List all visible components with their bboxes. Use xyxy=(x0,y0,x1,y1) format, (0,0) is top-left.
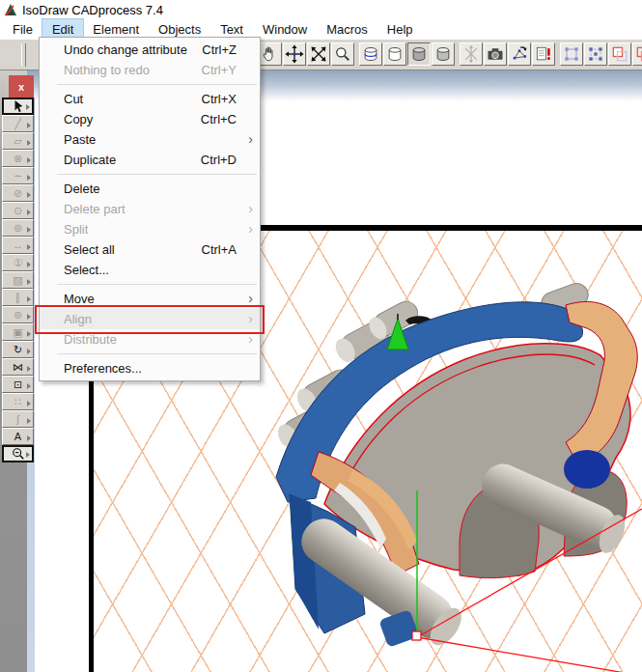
cylinder-shaded-light-icon xyxy=(433,44,453,64)
mirror-tool[interactable]: ⋈ xyxy=(2,358,34,376)
dimension-tool[interactable]: ↔ xyxy=(2,237,34,254)
menubar-window[interactable]: Window xyxy=(253,19,317,39)
menubar-objects[interactable]: Objects xyxy=(149,19,210,39)
document-exclaim-icon xyxy=(534,44,553,64)
transform-nodes-icon xyxy=(510,44,529,64)
cylinder-blue-line-icon xyxy=(361,44,380,64)
cylinder-shaded-button[interactable] xyxy=(407,42,431,66)
menubar-help[interactable]: Help xyxy=(377,19,423,39)
move-view-button[interactable] xyxy=(283,42,306,66)
edit-nodes-button[interactable] xyxy=(508,42,531,66)
menu-item-select[interactable]: Select... xyxy=(40,260,260,280)
magnifier-icon xyxy=(333,44,352,64)
fit-expand-button[interactable] xyxy=(307,42,330,66)
replace-outline-1-button[interactable] xyxy=(608,42,631,66)
menubar-element[interactable]: Element xyxy=(83,19,149,39)
spread-gray-icon xyxy=(461,44,481,64)
select-tool[interactable] xyxy=(2,98,34,115)
menu-item-paste[interactable]: Paste› xyxy=(40,129,260,150)
menu-item-redo[interactable]: Nothing to redoCtrl+Y xyxy=(40,60,260,80)
thick-ellipse-tool[interactable]: ⊘ xyxy=(2,184,34,202)
submenu-arrow-icon: › xyxy=(248,309,253,329)
menubar-text[interactable]: Text xyxy=(210,19,253,39)
menu-item-align[interactable]: Align› xyxy=(40,309,260,329)
ellipse-select-tool[interactable]: ⊚ xyxy=(2,306,34,323)
menu-item-move[interactable]: Move› xyxy=(40,289,260,309)
menu-item-select-all[interactable]: Select allCtrl+A xyxy=(40,239,260,260)
node-edit-tool[interactable]: ʃ xyxy=(2,410,34,428)
red-overlap-icon xyxy=(610,44,629,64)
document-warning-button[interactable] xyxy=(532,42,555,66)
cursor-icon xyxy=(12,99,25,113)
menu-item-undo[interactable]: Undo change attributeCtrl+Z xyxy=(40,40,260,60)
menu-item-preferences[interactable]: Preferences... xyxy=(40,358,260,378)
cylinder-edges-button[interactable] xyxy=(359,42,382,66)
freehand-tool[interactable]: ∼ xyxy=(2,167,34,184)
menu-item-delete[interactable]: Delete xyxy=(40,179,260,199)
title-bar: IsoDraw CADprocess 7.4 xyxy=(0,0,642,19)
cylinder-wireframe-button[interactable] xyxy=(383,42,406,66)
snapshot-button[interactable] xyxy=(484,42,507,66)
zoom-out-icon xyxy=(12,447,25,461)
hand-icon xyxy=(261,44,280,64)
select-group-1-button[interactable] xyxy=(560,42,583,66)
menu-item-copy[interactable]: CopyCtrl+C xyxy=(40,109,260,129)
submenu-arrow-icon: › xyxy=(248,329,253,350)
blue-bore xyxy=(564,450,610,489)
menu-separator xyxy=(57,284,257,285)
ellipse-axis-tool[interactable]: ⊗ xyxy=(2,150,34,167)
menubar-file[interactable]: File xyxy=(3,19,42,39)
expand-arrows-icon xyxy=(309,44,328,64)
menubar-macros[interactable]: Macros xyxy=(317,19,377,39)
move-arrows-icon xyxy=(285,44,304,64)
line-tool[interactable]: ╱ xyxy=(2,115,34,132)
rotate-tool[interactable]: ↻ xyxy=(2,341,34,358)
palette-close-button[interactable]: x xyxy=(9,75,34,98)
menu-bar: File Edit Element Objects Text Window Ma… xyxy=(0,19,642,39)
menu-item-duplicate[interactable]: DuplicateCtrl+D xyxy=(40,150,260,170)
closed-curve-tool[interactable]: ⊚ xyxy=(2,219,34,237)
hatch-tool[interactable]: ∥ xyxy=(2,289,34,306)
axis-z-red xyxy=(417,637,642,672)
zoom-out-tool[interactable] xyxy=(2,445,34,462)
app-logo-icon xyxy=(4,3,17,16)
scale-tool[interactable]: ⊡ xyxy=(2,376,34,393)
menubar-edit[interactable]: Edit xyxy=(42,19,83,39)
polygon-tool[interactable]: ▱ xyxy=(2,132,34,150)
pan-hand-button[interactable] xyxy=(259,42,282,66)
cylinder-shaded-light-button[interactable] xyxy=(432,42,455,66)
fill-tool[interactable]: ▨ xyxy=(2,271,34,289)
box-3d-tool[interactable]: ▣ xyxy=(2,323,34,341)
menu-item-split[interactable]: Split› xyxy=(40,219,260,239)
menu-separator xyxy=(57,353,257,354)
replace-outline-2-button[interactable] xyxy=(632,42,642,66)
group-handles-icon xyxy=(562,44,581,64)
submenu-arrow-icon: › xyxy=(248,289,253,309)
cylinder-shaded-icon xyxy=(409,44,429,64)
spread-disabled-button[interactable] xyxy=(460,42,483,66)
cylinder-wire-icon xyxy=(385,44,405,64)
menu-separator xyxy=(57,174,257,175)
group-circles-tool[interactable]: ∷ xyxy=(2,393,34,410)
origin-marker xyxy=(412,631,421,640)
submenu-arrow-icon: › xyxy=(248,129,253,150)
edit-dropdown-menu: Undo change attributeCtrl+Z Nothing to r… xyxy=(39,37,261,381)
circle-tool[interactable]: ⊙ xyxy=(2,202,34,219)
text-tool[interactable]: A xyxy=(2,428,34,445)
menu-item-delete-part[interactable]: Delete part› xyxy=(40,199,260,219)
submenu-arrow-icon: › xyxy=(248,219,253,239)
toolbar-gripper[interactable] xyxy=(21,43,26,67)
submenu-arrow-icon: › xyxy=(248,199,253,219)
red-overlap-cut-icon xyxy=(634,44,642,64)
window-title: IsoDraw CADprocess 7.4 xyxy=(22,3,163,17)
camera-icon xyxy=(486,44,505,64)
group-handles-filled-icon xyxy=(586,44,605,64)
menu-item-distribute[interactable]: Distribute› xyxy=(40,329,260,350)
select-group-2-button[interactable] xyxy=(584,42,607,66)
menu-item-cut[interactable]: CutCtrl+X xyxy=(40,89,260,109)
callout-tool[interactable]: ① xyxy=(2,254,34,271)
menu-separator xyxy=(57,84,257,85)
zoom-area-button[interactable] xyxy=(331,42,354,66)
tool-palette: x ╱ ▱ ⊗ ∼ ⊘ ⊙ ⊚ ↔ ① ▨ ∥ ⊚ ▣ ↻ ⋈ ⊡ ∷ ʃ A xyxy=(2,75,35,462)
